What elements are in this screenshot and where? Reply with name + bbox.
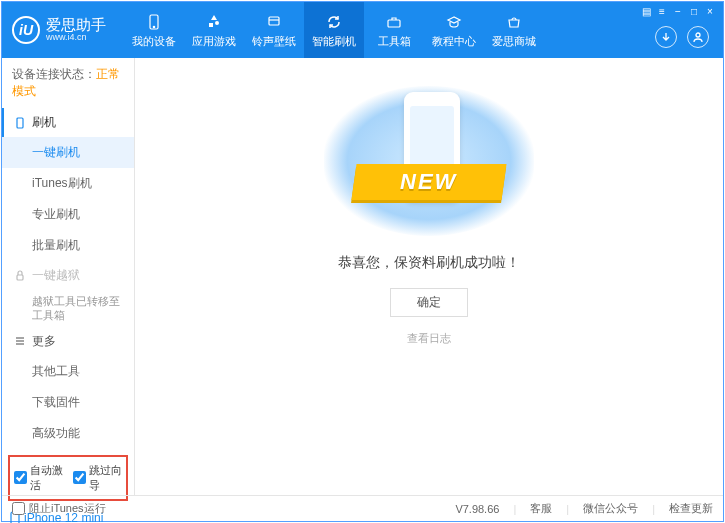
nav-label: 应用游戏 xyxy=(192,34,236,49)
minimize-button[interactable]: − xyxy=(671,4,685,18)
auto-activate-checkbox[interactable]: 自动激活 xyxy=(14,463,63,493)
block-itunes-checkbox[interactable]: 阻止iTunes运行 xyxy=(12,501,106,516)
app-url: www.i4.cn xyxy=(46,33,106,43)
window-controls: ▤ ≡ − □ × xyxy=(639,4,717,18)
svg-point-4 xyxy=(696,33,700,37)
sidebar-item-other[interactable]: 其他工具 xyxy=(2,356,134,387)
nav-label: 我的设备 xyxy=(132,34,176,49)
nav-label: 工具箱 xyxy=(378,34,411,49)
nav-label: 铃声壁纸 xyxy=(252,34,296,49)
connection-status: 设备连接状态：正常模式 xyxy=(2,58,134,108)
main-panel: NEW 恭喜您，保资料刷机成功啦！ 确定 查看日志 xyxy=(135,58,723,495)
menu-icon[interactable]: ▤ xyxy=(639,4,653,18)
sidebar-head-label: 刷机 xyxy=(32,114,56,131)
success-message: 恭喜您，保资料刷机成功啦！ xyxy=(338,254,520,272)
nav-store[interactable]: 爱思商城 xyxy=(484,2,544,58)
ribbon-label: NEW xyxy=(400,169,457,195)
graduation-icon xyxy=(444,12,464,32)
phone-icon xyxy=(14,117,26,129)
svg-rect-6 xyxy=(17,275,23,280)
sidebar-item-oneclick[interactable]: 一键刷机 xyxy=(2,137,134,168)
user-button[interactable] xyxy=(687,26,709,48)
menu-dash-icon[interactable]: ≡ xyxy=(655,4,669,18)
app-name: 爱思助手 xyxy=(46,17,106,34)
sidebar-item-firmware[interactable]: 下载固件 xyxy=(2,387,134,418)
skip-guide-checkbox[interactable]: 跳过向导 xyxy=(73,463,122,493)
nav-toolbox[interactable]: 工具箱 xyxy=(364,2,424,58)
title-bar: iU 爱思助手 www.i4.cn 我的设备 应用游戏 铃声壁纸 智能刷机 工具… xyxy=(2,2,723,58)
status-bar: 阻止iTunes运行 V7.98.66 | 客服 | 微信公众号 | 检查更新 xyxy=(2,495,723,521)
apps-icon xyxy=(204,12,224,32)
svg-point-1 xyxy=(153,26,154,27)
sidebar-head-label: 一键越狱 xyxy=(32,267,80,284)
options-row: 自动激活 跳过向导 xyxy=(8,455,128,501)
version-label: V7.98.66 xyxy=(455,503,499,515)
nav-label: 爱思商城 xyxy=(492,34,536,49)
toolbox-icon xyxy=(384,12,404,32)
nav-tutorials[interactable]: 教程中心 xyxy=(424,2,484,58)
success-illustration: NEW xyxy=(324,86,534,236)
sidebar-item-advanced[interactable]: 高级功能 xyxy=(2,418,134,449)
sidebar-head-jailbreak[interactable]: 一键越狱 xyxy=(2,261,134,290)
sidebar-item-batch[interactable]: 批量刷机 xyxy=(2,230,134,261)
sidebar-item-pro[interactable]: 专业刷机 xyxy=(2,199,134,230)
music-icon xyxy=(264,12,284,32)
svg-rect-3 xyxy=(388,20,400,27)
nav-devices[interactable]: 我的设备 xyxy=(124,2,184,58)
list-icon xyxy=(14,335,26,347)
phone-icon xyxy=(144,12,164,32)
logo-icon: iU xyxy=(12,16,40,44)
lock-icon xyxy=(14,270,26,282)
main-nav: 我的设备 应用游戏 铃声壁纸 智能刷机 工具箱 教程中心 爱思商城 xyxy=(124,2,544,58)
wechat-link[interactable]: 微信公众号 xyxy=(583,501,638,516)
nav-flash[interactable]: 智能刷机 xyxy=(304,2,364,58)
jailbreak-note: 越狱工具已转移至工具箱 xyxy=(2,290,134,327)
refresh-icon xyxy=(324,12,344,32)
download-button[interactable] xyxy=(655,26,677,48)
sidebar-head-more[interactable]: 更多 xyxy=(2,327,134,356)
nav-apps[interactable]: 应用游戏 xyxy=(184,2,244,58)
maximize-button[interactable]: □ xyxy=(687,4,701,18)
store-icon xyxy=(504,12,524,32)
nav-label: 智能刷机 xyxy=(312,34,356,49)
sidebar: 设备连接状态：正常模式 刷机 一键刷机 iTunes刷机 专业刷机 批量刷机 一… xyxy=(2,58,135,495)
update-link[interactable]: 检查更新 xyxy=(669,501,713,516)
svg-rect-5 xyxy=(17,118,23,128)
close-button[interactable]: × xyxy=(703,4,717,18)
nav-ringtones[interactable]: 铃声壁纸 xyxy=(244,2,304,58)
sidebar-item-itunes[interactable]: iTunes刷机 xyxy=(2,168,134,199)
sidebar-head-label: 更多 xyxy=(32,333,56,350)
view-log-link[interactable]: 查看日志 xyxy=(407,331,451,346)
nav-label: 教程中心 xyxy=(432,34,476,49)
svg-rect-2 xyxy=(269,17,279,25)
sidebar-head-flash[interactable]: 刷机 xyxy=(2,108,134,137)
service-link[interactable]: 客服 xyxy=(530,501,552,516)
ok-button[interactable]: 确定 xyxy=(390,288,468,317)
app-logo: iU 爱思助手 www.i4.cn xyxy=(12,16,106,44)
